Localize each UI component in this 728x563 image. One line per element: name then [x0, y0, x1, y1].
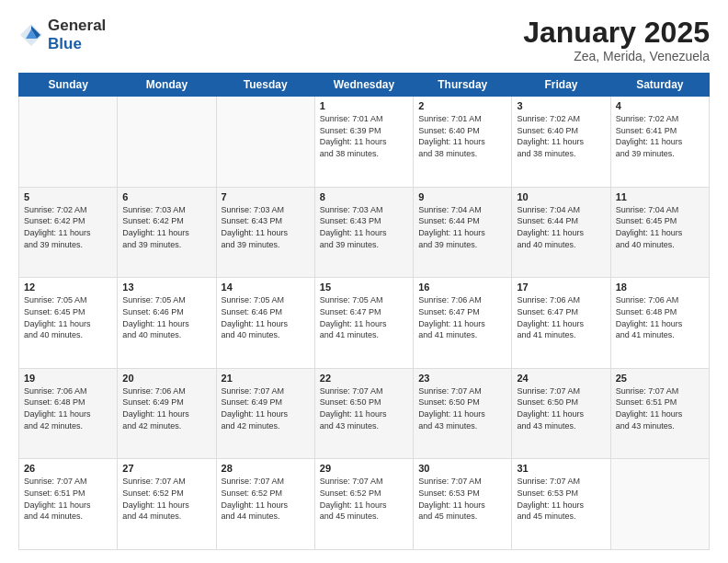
day-info: Sunrise: 7:04 AMSunset: 6:44 PMDaylight:…	[418, 204, 506, 250]
daylight-info: Daylight: 11 hours	[122, 228, 189, 237]
day-number: 9	[418, 191, 506, 202]
daylight-info: and 45 minutes.	[320, 511, 379, 521]
daylight-info: and 41 minutes.	[418, 330, 477, 339]
sunset-info: Sunset: 6:44 PM	[418, 216, 480, 225]
sunrise-info: Sunrise: 7:07 AM	[320, 477, 383, 486]
sunset-info: Sunset: 6:45 PM	[616, 216, 677, 225]
day-info: Sunrise: 7:07 AMSunset: 6:53 PMDaylight:…	[418, 476, 506, 522]
calendar-cell: 8Sunrise: 7:03 AMSunset: 6:43 PMDaylight…	[314, 187, 413, 278]
calendar-cell: 6Sunrise: 7:03 AMSunset: 6:42 PMDaylight…	[118, 187, 216, 278]
daylight-info: and 43 minutes.	[418, 421, 477, 431]
sunrise-info: Sunrise: 7:07 AM	[122, 477, 186, 486]
daylight-info: Daylight: 11 hours	[222, 319, 289, 328]
sunset-info: Sunset: 6:47 PM	[418, 307, 480, 316]
day-info: Sunrise: 7:07 AMSunset: 6:51 PMDaylight:…	[616, 385, 704, 431]
sunrise-info: Sunrise: 7:07 AM	[517, 386, 580, 396]
calendar-cell: 21Sunrise: 7:07 AMSunset: 6:49 PMDayligh…	[216, 368, 314, 459]
calendar-week-1: 1Sunrise: 7:01 AMSunset: 6:39 PMDaylight…	[19, 97, 710, 188]
daylight-info: and 40 minutes.	[616, 240, 675, 249]
day-info: Sunrise: 7:07 AMSunset: 6:52 PMDaylight:…	[122, 476, 210, 522]
daylight-info: Daylight: 11 hours	[418, 137, 485, 146]
logo-general: General	[48, 17, 106, 34]
day-info: Sunrise: 7:06 AMSunset: 6:49 PMDaylight:…	[122, 385, 210, 431]
day-info: Sunrise: 7:07 AMSunset: 6:52 PMDaylight:…	[320, 476, 408, 522]
daylight-info: and 39 minutes.	[24, 240, 83, 249]
sunrise-info: Sunrise: 7:03 AM	[122, 205, 186, 214]
calendar-cell	[19, 97, 118, 188]
calendar-week-2: 5Sunrise: 7:02 AMSunset: 6:42 PMDaylight…	[19, 187, 710, 278]
daylight-info: Daylight: 11 hours	[616, 228, 683, 237]
day-info: Sunrise: 7:06 AMSunset: 6:47 PMDaylight:…	[517, 294, 605, 340]
daylight-info: and 42 minutes.	[222, 421, 280, 431]
daylight-info: Daylight: 11 hours	[320, 319, 387, 328]
day-info: Sunrise: 7:06 AMSunset: 6:48 PMDaylight:…	[616, 294, 704, 340]
calendar-header-row: Sunday Monday Tuesday Wednesday Thursday…	[19, 74, 710, 97]
daylight-info: Daylight: 11 hours	[616, 409, 683, 419]
sunset-info: Sunset: 6:53 PM	[517, 488, 578, 498]
day-info: Sunrise: 7:04 AMSunset: 6:44 PMDaylight:…	[517, 204, 605, 250]
day-number: 10	[517, 191, 605, 202]
calendar-cell	[216, 97, 314, 188]
location: Zea, Merida, Venezuela	[523, 49, 710, 63]
sunset-info: Sunset: 6:49 PM	[122, 397, 184, 407]
day-info: Sunrise: 7:07 AMSunset: 6:51 PMDaylight:…	[24, 476, 112, 522]
daylight-info: Daylight: 11 hours	[24, 228, 91, 237]
daylight-info: Daylight: 11 hours	[517, 500, 584, 510]
calendar-cell: 24Sunrise: 7:07 AMSunset: 6:50 PMDayligh…	[512, 368, 610, 459]
sunrise-info: Sunrise: 7:02 AM	[24, 205, 87, 214]
daylight-info: and 45 minutes.	[418, 511, 477, 521]
day-info: Sunrise: 7:02 AMSunset: 6:41 PMDaylight:…	[616, 113, 704, 159]
daylight-info: Daylight: 11 hours	[222, 500, 289, 510]
daylight-info: Daylight: 11 hours	[418, 319, 485, 328]
day-number: 29	[320, 463, 408, 474]
daylight-info: Daylight: 11 hours	[320, 409, 387, 419]
day-info: Sunrise: 7:01 AMSunset: 6:39 PMDaylight:…	[320, 113, 408, 159]
calendar-cell: 13Sunrise: 7:05 AMSunset: 6:46 PMDayligh…	[118, 278, 216, 369]
calendar-cell: 26Sunrise: 7:07 AMSunset: 6:51 PMDayligh…	[19, 459, 118, 550]
day-info: Sunrise: 7:05 AMSunset: 6:46 PMDaylight:…	[122, 294, 210, 340]
day-info: Sunrise: 7:02 AMSunset: 6:42 PMDaylight:…	[24, 204, 112, 250]
calendar-cell: 18Sunrise: 7:06 AMSunset: 6:48 PMDayligh…	[610, 278, 709, 369]
day-number: 14	[222, 282, 310, 293]
sunrise-info: Sunrise: 7:05 AM	[24, 295, 87, 304]
sunrise-info: Sunrise: 7:04 AM	[517, 205, 580, 214]
calendar-cell: 30Sunrise: 7:07 AMSunset: 6:53 PMDayligh…	[414, 459, 512, 550]
sunrise-info: Sunrise: 7:07 AM	[418, 477, 482, 486]
daylight-info: and 40 minutes.	[222, 330, 280, 339]
col-thursday: Thursday	[414, 74, 512, 97]
daylight-info: and 41 minutes.	[320, 330, 379, 339]
sunrise-info: Sunrise: 7:06 AM	[616, 295, 679, 304]
day-info: Sunrise: 7:02 AMSunset: 6:40 PMDaylight:…	[517, 113, 605, 159]
day-number: 30	[418, 463, 506, 474]
sunrise-info: Sunrise: 7:07 AM	[517, 477, 580, 486]
calendar-cell: 31Sunrise: 7:07 AMSunset: 6:53 PMDayligh…	[512, 459, 610, 550]
calendar-cell: 7Sunrise: 7:03 AMSunset: 6:43 PMDaylight…	[216, 187, 314, 278]
sunrise-info: Sunrise: 7:02 AM	[616, 114, 679, 123]
daylight-info: Daylight: 11 hours	[24, 319, 91, 328]
day-info: Sunrise: 7:05 AMSunset: 6:45 PMDaylight:…	[24, 294, 112, 340]
daylight-info: Daylight: 11 hours	[222, 409, 289, 419]
col-wednesday: Wednesday	[314, 74, 413, 97]
day-number: 21	[222, 373, 310, 384]
day-number: 4	[616, 100, 704, 111]
day-info: Sunrise: 7:03 AMSunset: 6:43 PMDaylight:…	[320, 204, 408, 250]
daylight-info: Daylight: 11 hours	[517, 228, 584, 237]
sunset-info: Sunset: 6:39 PM	[320, 126, 381, 135]
calendar-cell: 23Sunrise: 7:07 AMSunset: 6:50 PMDayligh…	[414, 368, 512, 459]
logo-text: General Blue	[48, 17, 106, 54]
col-saturday: Saturday	[610, 74, 709, 97]
sunset-info: Sunset: 6:47 PM	[320, 307, 381, 316]
daylight-info: and 41 minutes.	[517, 330, 575, 339]
sunrise-info: Sunrise: 7:07 AM	[616, 386, 679, 396]
calendar-cell: 4Sunrise: 7:02 AMSunset: 6:41 PMDaylight…	[610, 97, 709, 188]
day-number: 1	[320, 100, 408, 111]
daylight-info: and 38 minutes.	[517, 149, 575, 158]
day-info: Sunrise: 7:07 AMSunset: 6:49 PMDaylight:…	[222, 385, 310, 431]
daylight-info: and 42 minutes.	[122, 421, 181, 431]
day-number: 18	[616, 282, 704, 293]
daylight-info: and 42 minutes.	[24, 421, 83, 431]
day-info: Sunrise: 7:07 AMSunset: 6:50 PMDaylight:…	[418, 385, 506, 431]
calendar-cell: 2Sunrise: 7:01 AMSunset: 6:40 PMDaylight…	[414, 97, 512, 188]
sunset-info: Sunset: 6:50 PM	[517, 397, 578, 407]
sunrise-info: Sunrise: 7:06 AM	[24, 386, 87, 396]
